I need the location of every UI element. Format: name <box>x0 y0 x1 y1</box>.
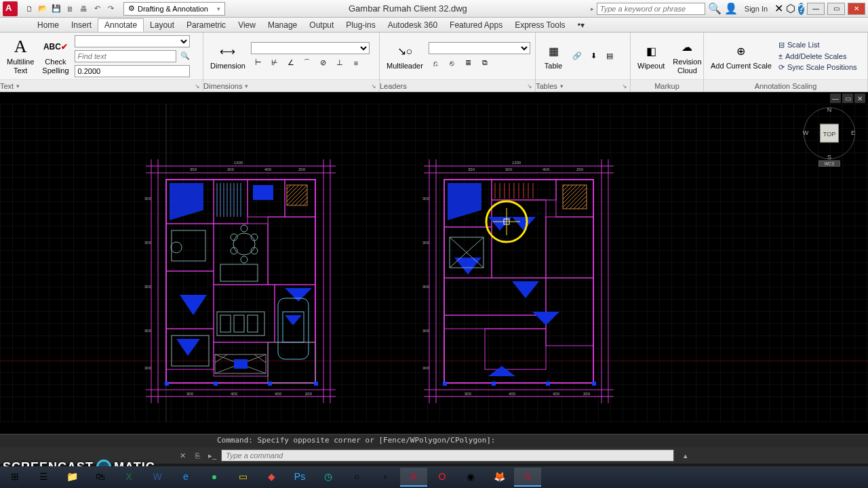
panel-annoscale-label: Annotation Scaling <box>755 82 817 90</box>
multiline-text-button[interactable]: A Multiline Text <box>4 36 37 75</box>
ribbon: A Multiline Text ABC✔ Check Spelling 🔍 T… <box>0 33 868 92</box>
chat-icon[interactable]: ● <box>201 468 228 487</box>
explorer-icon[interactable]: 📁 <box>58 468 85 487</box>
word-icon[interactable]: W <box>144 468 171 487</box>
qat-redo-icon[interactable]: ↷ <box>104 3 117 15</box>
svg-rect-1 <box>0 104 868 422</box>
svg-text:300: 300 <box>505 167 513 171</box>
qat-undo-icon[interactable]: ↶ <box>91 3 103 15</box>
cmd-recent-icon[interactable]: ⎘ <box>191 449 203 462</box>
tab-view[interactable]: View <box>232 19 262 31</box>
a360-icon[interactable]: ⬡ <box>786 2 795 15</box>
remove-leader-icon[interactable]: ⎋ <box>445 56 460 70</box>
keyword-search-input[interactable] <box>597 3 705 15</box>
exchange-icon[interactable]: ✕ <box>774 2 783 15</box>
qat-save-icon[interactable]: 💾 <box>50 3 62 15</box>
tab-annotate[interactable]: Annotate <box>98 18 144 32</box>
taskview-icon[interactable]: ☰ <box>30 468 57 487</box>
sync-scale-link[interactable]: ⟳Sync Scale Positions <box>777 62 859 73</box>
table-style-icon[interactable]: ▤ <box>602 49 617 64</box>
multileader-button[interactable]: ↘○ Multileader <box>384 40 426 71</box>
close-button[interactable]: ✕ <box>848 3 865 15</box>
scale-list-link[interactable]: ⊟Scale List <box>777 40 859 50</box>
opera-icon[interactable]: O <box>429 468 456 487</box>
cmd-close-icon[interactable]: ✕ <box>176 449 189 462</box>
dimension-icon: ⟷ <box>217 41 239 60</box>
svg-rect-76 <box>314 382 318 386</box>
model-canvas[interactable]: 350300400250 1300 300300300300300 300400… <box>0 92 868 434</box>
revcloud-button[interactable]: ☁ Revision Cloud <box>670 36 704 75</box>
table-link-icon[interactable]: 🔗 <box>570 49 585 64</box>
doc-minimize-button[interactable]: — <box>830 94 841 103</box>
autocad-icon[interactable]: A <box>400 468 427 487</box>
qat-open-icon[interactable]: 📂 <box>37 3 49 15</box>
app-icon[interactable] <box>3 1 18 16</box>
doc-close-button[interactable]: ✕ <box>854 94 865 103</box>
table-extract-icon[interactable]: ⬇ <box>586 49 601 64</box>
arc-dim-icon[interactable]: ⌒ <box>300 56 315 70</box>
title-dd-icon[interactable]: ▸ <box>591 5 594 12</box>
drawing-area[interactable]: — ▭ ✕ <box>0 92 868 434</box>
find-text-input[interactable] <box>75 50 176 62</box>
command-input[interactable] <box>221 449 674 462</box>
tab-layout[interactable]: Layout <box>144 19 180 31</box>
aligned-dim-icon[interactable]: ⊬ <box>267 56 282 70</box>
workspace-select[interactable]: ⚙ Drafting & Annotation ▾ <box>123 2 225 16</box>
signin-link[interactable]: Sign In <box>741 5 772 13</box>
help-icon[interactable]: ? <box>798 3 804 15</box>
tab-featured[interactable]: Featured Apps <box>443 19 509 31</box>
cmd-expand-icon[interactable]: ▴ <box>679 449 692 462</box>
app2-icon[interactable]: ◷ <box>315 468 342 487</box>
dim-style-select[interactable] <box>251 42 370 54</box>
align-leader-icon[interactable]: ≣ <box>461 56 476 70</box>
firefox-icon[interactable]: 🦊 <box>486 468 513 487</box>
tab-home[interactable]: Home <box>31 19 65 31</box>
app3-icon[interactable]: ○ <box>343 468 370 487</box>
doc-restore-button[interactable]: ▭ <box>842 94 853 103</box>
table-button[interactable]: ▦ Table <box>540 40 567 71</box>
qat-plot-icon[interactable]: 🖶 <box>77 3 90 15</box>
tab-insert[interactable]: Insert <box>65 19 98 31</box>
text-style-select[interactable] <box>75 35 190 47</box>
tab-a360[interactable]: Autodesk 360 <box>382 19 443 31</box>
chrome-icon[interactable]: ◉ <box>457 468 484 487</box>
qat-saveas-icon[interactable]: 🗎 <box>64 3 76 15</box>
tab-plugins[interactable]: Plug-ins <box>340 19 381 31</box>
panel-tables-label: Tables <box>536 82 557 90</box>
excel-icon[interactable]: X <box>115 468 142 487</box>
linear-dim-icon[interactable]: ⊢ <box>251 56 266 70</box>
radius-dim-icon[interactable]: ⊘ <box>316 56 331 70</box>
collect-leader-icon[interactable]: ⧉ <box>477 56 492 70</box>
autocad2-icon[interactable]: A <box>514 468 541 487</box>
minimize-button[interactable]: — <box>807 3 825 15</box>
tab-manage[interactable]: Manage <box>262 19 303 31</box>
maximize-button[interactable]: ▭ <box>827 3 845 15</box>
add-current-scale-button[interactable]: ⊕ Add Current Scale <box>708 40 774 71</box>
ordinate-dim-icon[interactable]: ⊥ <box>332 56 347 70</box>
svg-text:300: 300 <box>422 241 430 245</box>
baseline-dim-icon[interactable]: ≡ <box>349 56 363 70</box>
tab-bullet-icon[interactable]: •▾ <box>572 19 591 31</box>
app1-icon[interactable]: ◆ <box>258 468 285 487</box>
text-height-input[interactable] <box>75 65 190 77</box>
leader-style-select[interactable] <box>429 42 530 54</box>
tab-output[interactable]: Output <box>303 19 340 31</box>
ie-icon[interactable]: e <box>172 468 199 487</box>
dimension-button[interactable]: ⟷ Dimension <box>208 40 248 71</box>
qat-new-icon[interactable]: 🗋 <box>23 3 35 15</box>
start-button[interactable]: ⊞ <box>1 468 28 487</box>
find-go-icon[interactable]: 🔍 <box>178 49 193 64</box>
store-icon[interactable]: 🛍 <box>87 468 114 487</box>
search-icon[interactable]: 🔍 <box>708 2 722 15</box>
photoshop-icon[interactable]: Ps <box>286 468 313 487</box>
add-delete-scales-link[interactable]: ±Add/Delete Scales <box>777 52 859 61</box>
app4-icon[interactable]: ▫ <box>372 468 399 487</box>
panel-dim-label: Dimensions <box>203 82 242 90</box>
tab-express[interactable]: Express Tools <box>509 19 571 31</box>
add-leader-icon[interactable]: ⎌ <box>429 56 443 70</box>
angular-dim-icon[interactable]: ∠ <box>283 56 298 70</box>
wipeout-button[interactable]: ◧ Wipeout <box>635 40 667 71</box>
notes-icon[interactable]: ▭ <box>229 468 256 487</box>
tab-parametric[interactable]: Parametric <box>180 19 232 31</box>
check-spelling-button[interactable]: ABC✔ Check Spelling <box>39 36 71 75</box>
